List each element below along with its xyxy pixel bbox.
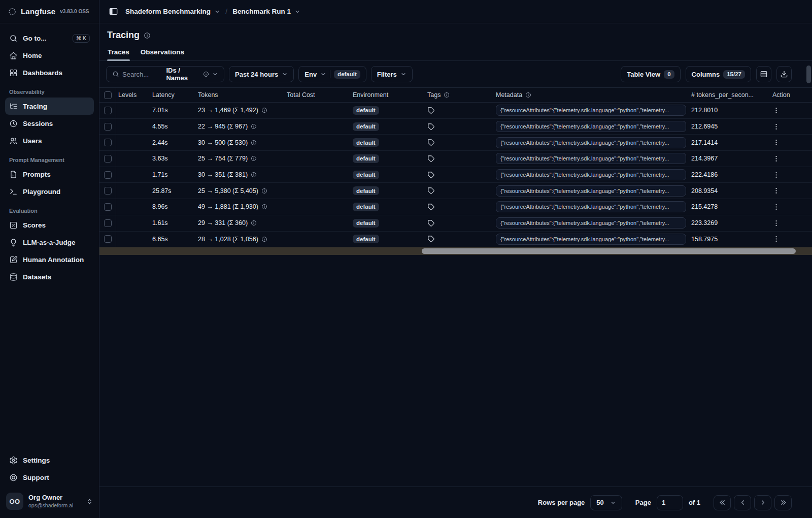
- tag-icon[interactable]: [427, 155, 435, 163]
- table-row[interactable]: 1.61s 29 → 331 (Σ 360) default {"resourc…: [99, 215, 812, 232]
- tags-cell[interactable]: [424, 119, 493, 135]
- header-environment[interactable]: Environment: [348, 88, 424, 102]
- kebab-menu-icon[interactable]: [772, 107, 780, 114]
- row-checkbox[interactable]: [104, 139, 112, 146]
- vertical-scrollbar-thumb[interactable]: [806, 66, 811, 83]
- page-number-input[interactable]: [657, 495, 683, 510]
- tag-icon[interactable]: [427, 139, 435, 146]
- columns-button[interactable]: Columns 15/27: [686, 66, 751, 82]
- metadata-preview[interactable]: {"resourceAttributes":{"telemetry.sdk.la…: [496, 137, 686, 148]
- table-row[interactable]: 4.55s 22 → 945 (Σ 967) default {"resourc…: [99, 119, 812, 135]
- tab-observations[interactable]: Observations: [140, 46, 185, 60]
- horizontal-scrollbar[interactable]: [99, 247, 812, 255]
- last-page-button[interactable]: [774, 495, 792, 510]
- sidebar-item-home[interactable]: Home: [5, 47, 94, 64]
- info-icon[interactable]: [251, 123, 257, 130]
- tag-icon[interactable]: [427, 171, 435, 179]
- row-checkbox[interactable]: [104, 123, 112, 131]
- metadata-cell[interactable]: {"resourceAttributes":{"telemetry.sdk.la…: [493, 183, 689, 199]
- metadata-preview[interactable]: {"resourceAttributes":{"telemetry.sdk.la…: [496, 234, 686, 245]
- sidebar-item-prompts[interactable]: Prompts: [5, 166, 94, 183]
- kebab-menu-icon[interactable]: [772, 155, 780, 163]
- tags-cell[interactable]: [424, 183, 493, 199]
- table-row[interactable]: 8.96s 49 → 1,881 (Σ 1,930) default {"res…: [99, 199, 812, 215]
- search-input[interactable]: [122, 71, 163, 78]
- select-all-checkbox[interactable]: [104, 91, 112, 99]
- kebab-menu-icon[interactable]: [772, 171, 780, 179]
- tags-cell[interactable]: [424, 215, 493, 231]
- tag-icon[interactable]: [427, 123, 435, 131]
- table-row[interactable]: 3.63s 25 → 754 (Σ 779) default {"resourc…: [99, 151, 812, 167]
- header-tags[interactable]: Tags: [424, 88, 493, 102]
- metadata-preview[interactable]: {"resourceAttributes":{"telemetry.sdk.la…: [496, 201, 686, 212]
- environment-filter[interactable]: Env default: [298, 66, 366, 82]
- info-icon[interactable]: [261, 188, 267, 194]
- tag-icon[interactable]: [427, 107, 435, 114]
- first-page-button[interactable]: [714, 495, 731, 510]
- tag-icon[interactable]: [427, 187, 435, 195]
- next-page-button[interactable]: [754, 495, 771, 510]
- info-icon[interactable]: [251, 172, 257, 178]
- header-tokens[interactable]: Tokens: [196, 88, 285, 102]
- info-icon[interactable]: [251, 140, 257, 146]
- metadata-cell[interactable]: {"resourceAttributes":{"telemetry.sdk.la…: [493, 199, 689, 215]
- tag-icon[interactable]: [427, 235, 435, 243]
- metadata-cell[interactable]: {"resourceAttributes":{"telemetry.sdk.la…: [493, 167, 689, 183]
- metadata-cell[interactable]: {"resourceAttributes":{"telemetry.sdk.la…: [493, 215, 689, 231]
- info-icon[interactable]: [261, 204, 267, 210]
- row-checkbox[interactable]: [104, 171, 112, 179]
- info-icon[interactable]: [144, 32, 151, 39]
- kebab-menu-icon[interactable]: [772, 235, 780, 243]
- table-row[interactable]: 25.87s 25 → 5,380 (Σ 5,405) default {"re…: [99, 183, 812, 199]
- metadata-preview[interactable]: {"resourceAttributes":{"telemetry.sdk.la…: [496, 121, 686, 132]
- table-view-button[interactable]: Table View 0: [621, 66, 680, 82]
- row-height-button[interactable]: [756, 66, 771, 82]
- tags-cell[interactable]: [424, 167, 493, 183]
- metadata-cell[interactable]: {"resourceAttributes":{"telemetry.sdk.la…: [493, 151, 689, 167]
- sidebar-item-llm-as-a-judge[interactable]: LLM-as-a-Judge: [5, 234, 94, 251]
- tags-cell[interactable]: [424, 103, 493, 118]
- row-checkbox[interactable]: [104, 235, 112, 243]
- sidebar-item-dashboards[interactable]: Dashboards: [5, 64, 94, 81]
- kebab-menu-icon[interactable]: [772, 139, 780, 146]
- kebab-menu-icon[interactable]: [772, 203, 780, 211]
- breadcrumb-project[interactable]: Shadeform Benchmarking: [125, 8, 220, 15]
- chevron-down-icon[interactable]: [212, 71, 218, 77]
- sidebar-item-datasets[interactable]: Datasets: [5, 268, 94, 285]
- sidebar-item-human-annotation[interactable]: Human Annotation: [5, 251, 94, 268]
- info-icon[interactable]: [261, 236, 267, 242]
- tag-icon[interactable]: [427, 203, 435, 211]
- horizontal-scrollbar-thumb[interactable]: [422, 248, 796, 254]
- table-row[interactable]: 2.44s 30 → 500 (Σ 530) default {"resourc…: [99, 135, 812, 151]
- metadata-preview[interactable]: {"resourceAttributes":{"telemetry.sdk.la…: [496, 153, 686, 164]
- kebab-menu-icon[interactable]: [772, 219, 780, 227]
- header-total-cost[interactable]: Total Cost: [285, 88, 348, 102]
- header-tokens-per-second[interactable]: # tokens_per_secon...: [689, 88, 767, 102]
- download-button[interactable]: [776, 66, 792, 82]
- header-metadata[interactable]: Metadata: [493, 88, 689, 102]
- metadata-preview[interactable]: {"resourceAttributes":{"telemetry.sdk.la…: [496, 185, 686, 197]
- info-icon[interactable]: [251, 155, 257, 161]
- tags-cell[interactable]: [424, 232, 493, 247]
- info-icon[interactable]: [251, 220, 257, 226]
- sidebar-item-playground[interactable]: Playground: [5, 183, 94, 200]
- tags-cell[interactable]: [424, 199, 493, 215]
- sidebar-item-tracing[interactable]: Tracing: [5, 98, 94, 115]
- sidebar-item-sessions[interactable]: Sessions: [5, 115, 94, 132]
- user-menu[interactable]: OO Org Owner ops@shadeform.ai: [0, 486, 99, 518]
- sidebar-item-settings[interactable]: Settings: [5, 451, 94, 469]
- header-latency[interactable]: Latency: [150, 88, 196, 102]
- table-row[interactable]: 7.01s 23 → 1,469 (Σ 1,492) default {"res…: [99, 103, 812, 119]
- metadata-preview[interactable]: {"resourceAttributes":{"telemetry.sdk.la…: [496, 105, 686, 116]
- goto-search[interactable]: Go to... ⌘ K: [5, 29, 94, 47]
- sidebar-item-support[interactable]: Support: [5, 469, 94, 486]
- tags-cell[interactable]: [424, 135, 493, 150]
- metadata-preview[interactable]: {"resourceAttributes":{"telemetry.sdk.la…: [496, 217, 686, 229]
- info-icon[interactable]: [261, 107, 267, 113]
- tags-cell[interactable]: [424, 151, 493, 167]
- tag-icon[interactable]: [427, 219, 435, 227]
- time-range-filter[interactable]: Past 24 hours: [229, 66, 294, 82]
- sidebar-item-scores[interactable]: Scores: [5, 216, 94, 234]
- breadcrumb-run[interactable]: Benchmark Run 1: [232, 8, 300, 15]
- row-checkbox[interactable]: [104, 203, 112, 211]
